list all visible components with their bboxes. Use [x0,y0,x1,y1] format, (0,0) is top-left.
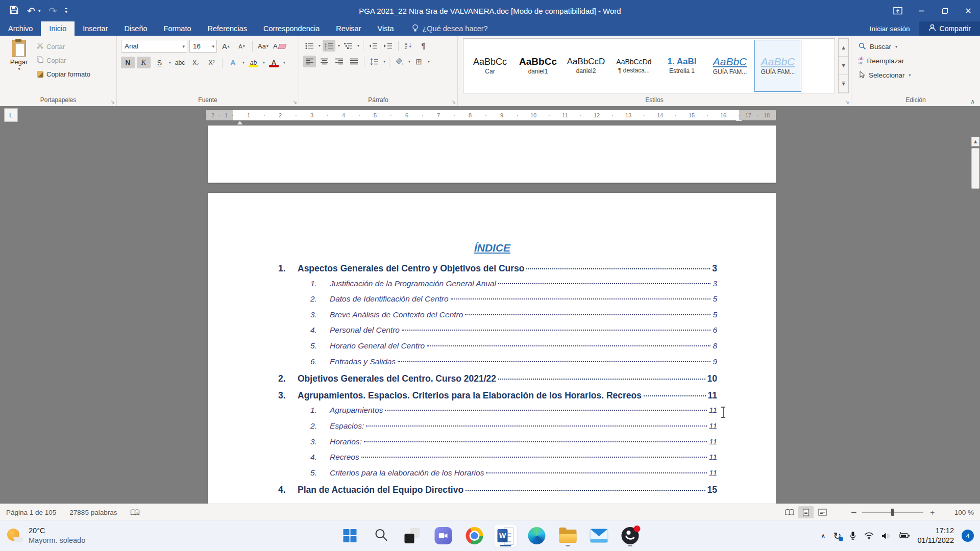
estilos-dialog-launcher-icon[interactable]: ↘ [845,99,849,105]
tab-revisar[interactable]: Revisar [328,21,369,36]
tab-referencias[interactable]: Referencias [200,21,255,36]
bullets-button[interactable] [303,40,316,52]
save-icon[interactable] [9,5,19,17]
underline-button[interactable]: S [153,57,166,68]
style-daniel1[interactable]: AaBbCcdaniel1 [514,40,561,92]
shrink-font-button[interactable]: A▾ [235,40,249,52]
weather-widget[interactable]: 20°C Mayorm. soleado [0,526,159,545]
grow-font-button[interactable]: A▴ [219,40,233,52]
task-view-button[interactable] [401,524,424,547]
customize-quick-access-icon[interactable]: ▾ [65,8,67,14]
find-button[interactable]: Buscar▾ [859,41,980,53]
zoom-level[interactable]: 100 % [949,509,974,516]
minimize-button[interactable]: ─ [910,0,933,21]
page-indicator[interactable]: Página 1 de 105 [6,509,56,516]
fuente-dialog-launcher-icon[interactable]: ↘ [293,99,297,105]
tab-correspondencia[interactable]: Correspondencia [255,21,328,36]
parrafo-dialog-launcher-icon[interactable]: ↘ [452,99,456,105]
superscript-button[interactable]: X² [205,57,218,68]
format-painter-button[interactable]: Copiar formato [37,68,90,80]
line-spacing-button[interactable] [368,56,381,67]
paste-dropdown-icon[interactable]: ▾ [18,67,20,71]
file-explorer-button[interactable] [557,524,579,547]
mail-button[interactable] [588,524,610,547]
underline-dropdown-icon[interactable]: ▾ [169,60,171,65]
align-center-button[interactable] [318,56,331,67]
document-page[interactable]: ÍNDICE 1.Aspectos Generales del Centro y… [208,193,776,504]
obs-button[interactable] [619,524,642,547]
justify-button[interactable] [348,56,360,67]
share-button[interactable]: Compartir [919,21,980,36]
styles-scroll-down-icon[interactable]: ▼ [839,57,848,74]
tab-stop-selector[interactable]: L [4,108,18,122]
sort-button[interactable]: AZ ↓ [402,40,415,52]
tab-diseno[interactable]: Diseño [116,21,155,36]
style-destacado[interactable]: AaBbCcDd¶ destaca... [610,40,657,92]
numbering-button[interactable]: 1.2.3. [323,40,335,52]
increase-indent-button[interactable] [382,40,395,52]
sync-icon[interactable]: ↻ [834,531,842,541]
font-size-combo[interactable]: 16▾ [189,40,217,53]
strikethrough-button[interactable]: abc [173,57,187,68]
microphone-icon[interactable] [849,531,856,540]
chrome-button[interactable] [463,524,486,547]
pilcrow-button[interactable]: ¶ [417,40,430,52]
style-guia-fam-selected[interactable]: AaBbCGUÍA FAM... [754,40,801,92]
font-color-button[interactable]: A [267,57,281,68]
clear-formatting-button[interactable]: A [272,40,287,52]
zoom-thumb[interactable] [891,509,894,516]
taskbar-search-button[interactable] [370,524,393,547]
tab-formato[interactable]: Formato [156,21,200,36]
highlight-color-button[interactable]: ab [247,57,260,68]
style-guia-fam[interactable]: AaBbCGUÍA FAM... [706,40,753,92]
scrollbar-thumb[interactable] [971,148,979,189]
wifi-icon[interactable] [864,532,874,539]
tray-chevron-icon[interactable]: ∧ [821,532,826,540]
web-layout-icon[interactable] [815,506,830,518]
style-car[interactable]: AaBbCcCar [467,40,513,92]
borders-button[interactable]: ⊞ [412,56,425,67]
align-right-button[interactable] [333,56,346,67]
read-mode-icon[interactable] [782,506,797,518]
collapse-ribbon-icon[interactable]: ∧ [970,98,975,105]
restore-button[interactable] [933,0,957,21]
ribbon-display-options-icon[interactable] [886,0,910,21]
vertical-scrollbar[interactable]: ▲ [971,137,979,502]
sign-in-button[interactable]: Iniciar sesión [861,21,919,36]
zoom-out-icon[interactable]: − [850,508,857,517]
bold-button[interactable]: N [121,57,135,68]
volume-icon[interactable] [881,532,891,540]
print-layout-icon[interactable] [798,506,814,518]
subscript-button[interactable]: X₂ [189,57,203,68]
font-family-combo[interactable]: Arial▾ [121,40,187,53]
paste-button[interactable]: Pegar ▾ [4,39,34,95]
tab-archivo[interactable]: Archivo [0,21,41,36]
teams-chat-button[interactable] [432,524,455,547]
tab-inicio[interactable]: Inicio [41,21,75,36]
align-left-button[interactable] [303,56,316,67]
word-count[interactable]: 27885 palabras [69,509,117,516]
italic-button[interactable]: K [137,57,151,68]
style-estrella-1[interactable]: 1. AaBlEstrella 1 [658,40,705,92]
portapapeles-dialog-launcher-icon[interactable]: ↘ [111,99,115,105]
shading-button[interactable] [393,56,406,67]
word-taskbar-button[interactable]: W [495,524,517,547]
scroll-up-icon[interactable]: ▲ [971,137,979,146]
text-effects-button[interactable]: A [226,57,240,68]
styles-scroll-up-icon[interactable]: ▲ [839,39,848,57]
zoom-in-icon[interactable]: ＋ [928,508,936,517]
proofing-errors-icon[interactable]: × [130,509,140,516]
tell-me-box[interactable]: ¿Qué desea hacer? [412,21,487,36]
styles-more-icon[interactable]: ▼ [839,75,848,93]
decrease-indent-button[interactable] [367,40,380,52]
undo-dropdown-icon[interactable]: ▾ [38,8,41,13]
start-button[interactable] [339,524,361,547]
undo-icon[interactable]: ↶ [27,6,35,16]
taskbar-clock[interactable]: 17:12 01/11/2022 [918,526,954,545]
replace-button[interactable]: abac Reemplazar [859,55,980,67]
edge-button[interactable] [526,524,548,547]
tab-insertar[interactable]: Insertar [75,21,116,36]
change-case-button[interactable]: Aa▾ [256,40,270,52]
style-daniel2[interactable]: AaBbCcDdaniel2 [562,40,609,92]
notification-badge[interactable]: 4 [962,530,974,542]
